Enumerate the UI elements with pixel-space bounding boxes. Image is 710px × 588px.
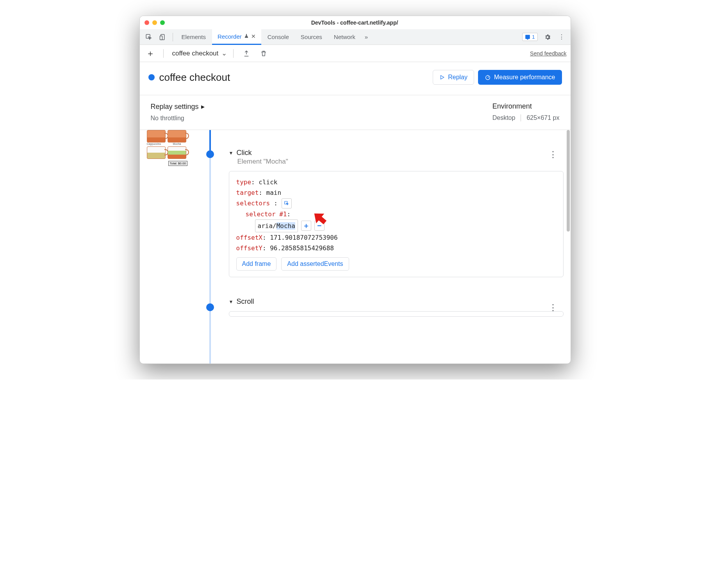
- close-window-button[interactable]: [144, 20, 149, 25]
- step-name: Scroll: [236, 298, 254, 306]
- more-menu-icon[interactable]: ⋮: [555, 30, 568, 44]
- devtools-window: DevTools - coffee-cart.netlify.app/ Elem…: [139, 16, 571, 364]
- titlebar: DevTools - coffee-cart.netlify.app/: [140, 16, 571, 29]
- replay-button[interactable]: Replay: [433, 70, 474, 85]
- chevron-down-icon: ⌄: [221, 49, 227, 57]
- step-menu-icon[interactable]: ⋮: [549, 150, 557, 160]
- timeline-node[interactable]: [206, 150, 214, 158]
- step-scroll: ▼ Scroll: [229, 298, 564, 317]
- steps-scroll[interactable]: CappuccinoMocha Total: $0.00 ⋮ ▼ Click E…: [140, 130, 571, 363]
- recording-name: coffee checkout: [172, 50, 219, 57]
- window-title: DevTools - coffee-cart.netlify.app/: [165, 20, 545, 26]
- scrollbar-thumb[interactable]: [567, 130, 570, 232]
- flask-icon: [244, 34, 249, 39]
- replay-settings-label: Replay settings: [151, 103, 199, 111]
- settings-row: Replay settings ▸ No throttling Environm…: [140, 95, 571, 130]
- replay-settings-toggle[interactable]: Replay settings ▸: [151, 102, 205, 111]
- step-thumbnail: CappuccinoMocha Total: $0.00: [147, 130, 200, 165]
- device-value: Desktop: [492, 114, 516, 121]
- minimize-window-button[interactable]: [152, 20, 157, 25]
- inspect-element-icon[interactable]: [142, 30, 155, 44]
- tab-recorder[interactable]: Recorder ✕: [212, 29, 261, 45]
- remove-selector-button[interactable]: −: [314, 221, 325, 231]
- step-details: type: click target: main selectors: sele…: [229, 171, 564, 277]
- timeline-line-active: [209, 130, 211, 153]
- maximize-window-button[interactable]: [160, 20, 165, 25]
- divider: [173, 33, 173, 41]
- export-icon[interactable]: [240, 47, 253, 60]
- divider: [233, 49, 234, 58]
- timeline-line: [209, 130, 211, 363]
- issues-count: 1: [532, 34, 535, 40]
- divider: [163, 49, 164, 58]
- add-frame-button[interactable]: Add frame: [236, 257, 277, 271]
- expand-icon: ▼: [229, 150, 234, 156]
- settings-gear-icon[interactable]: [541, 30, 554, 44]
- record-status-dot: [148, 74, 155, 80]
- tab-console[interactable]: Console: [262, 29, 294, 45]
- chevron-right-icon: ▸: [201, 102, 205, 111]
- tab-sources[interactable]: Sources: [295, 29, 328, 45]
- recorder-toolbar: ＋ coffee checkout ⌄ Send feedback: [140, 45, 571, 62]
- close-tab-icon[interactable]: ✕: [251, 33, 256, 39]
- traffic-lights: [144, 20, 165, 25]
- add-asserted-events-button[interactable]: Add assertedEvents: [281, 257, 349, 271]
- step-name: Click: [236, 149, 252, 157]
- steps-area: CappuccinoMocha Total: $0.00 ⋮ ▼ Click E…: [140, 130, 571, 363]
- issues-badge[interactable]: 1: [522, 33, 537, 41]
- more-tabs-button[interactable]: »: [362, 29, 371, 45]
- viewport-value: 625×671 px: [526, 114, 559, 121]
- recording-title: coffee checkout: [159, 71, 433, 84]
- step-subtitle: Element "Mocha": [237, 158, 564, 166]
- replay-label: Replay: [448, 74, 467, 81]
- element-picker-button[interactable]: [282, 198, 292, 208]
- recording-header: coffee checkout Replay Measure performan…: [140, 62, 571, 95]
- send-feedback-link[interactable]: Send feedback: [530, 50, 566, 57]
- environment-label: Environment: [492, 102, 532, 110]
- tab-elements[interactable]: Elements: [176, 29, 212, 45]
- thumbnail-total: Total: $0.00: [168, 161, 187, 166]
- step-click: ▼ Click Element "Mocha" type: click targ…: [229, 149, 564, 277]
- tab-recorder-label: Recorder: [218, 33, 242, 40]
- expand-icon: ▼: [229, 299, 234, 305]
- measure-label: Measure performance: [494, 74, 555, 81]
- step-header[interactable]: ▼ Click: [229, 149, 564, 157]
- device-toggle-icon[interactable]: [156, 30, 169, 44]
- devtools-tabbar: Elements Recorder ✕ Console Sources Netw…: [140, 29, 571, 45]
- step-details-collapsed: [229, 311, 564, 317]
- delete-icon[interactable]: [257, 47, 270, 60]
- step-header[interactable]: ▼ Scroll: [229, 298, 564, 306]
- svg-rect-2: [160, 36, 162, 40]
- step-menu-icon[interactable]: ⋮: [549, 303, 557, 313]
- recording-selector[interactable]: coffee checkout ⌄: [172, 49, 227, 57]
- add-selector-button[interactable]: ＋: [301, 221, 311, 231]
- timeline-node[interactable]: [206, 303, 214, 311]
- measure-performance-button[interactable]: Measure performance: [478, 70, 562, 85]
- tab-network[interactable]: Network: [328, 29, 361, 45]
- throttle-value: No throttling: [151, 115, 205, 122]
- new-recording-button[interactable]: ＋: [144, 47, 157, 60]
- selector-value-input[interactable]: aria/Mocha: [255, 219, 298, 232]
- divider: [521, 114, 521, 121]
